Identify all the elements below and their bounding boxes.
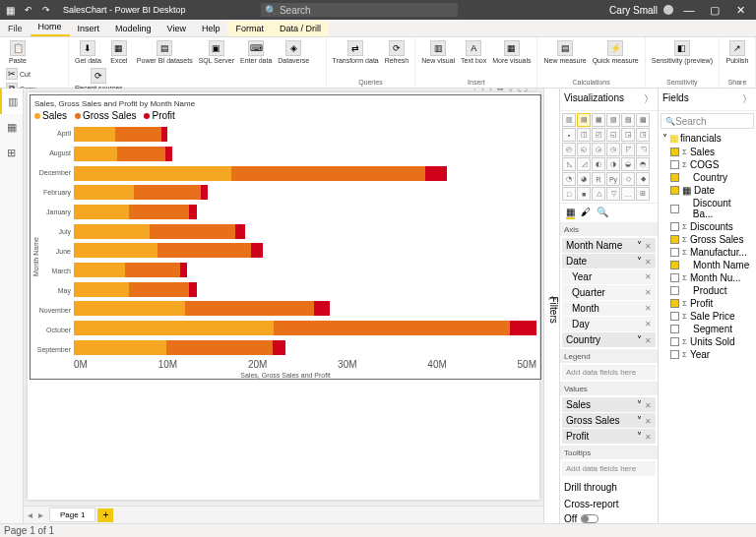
- field-checkbox[interactable]: [670, 273, 679, 282]
- tab-view[interactable]: View: [159, 21, 194, 36]
- field-item[interactable]: Country: [659, 171, 756, 184]
- collapse-viz-icon[interactable]: 〉: [644, 92, 654, 106]
- viz-type-icon[interactable]: □: [562, 187, 576, 201]
- field-item[interactable]: ΣDiscounts: [659, 220, 756, 233]
- paste-button[interactable]: 📋Paste: [4, 39, 32, 65]
- field-checkbox[interactable]: [670, 299, 679, 308]
- viz-type-icon[interactable]: △: [592, 187, 605, 201]
- model-view-button[interactable]: ⊞: [0, 140, 23, 165]
- field-item[interactable]: ΣGross Sales: [659, 233, 756, 246]
- report-canvas[interactable]: ↑ ↓ ↕ ⇊ ▽ ⛶ ⋯ Sales, Gross Sales and Pro…: [24, 89, 543, 523]
- field-item[interactable]: ΣYear: [659, 348, 756, 361]
- bar-row[interactable]: [74, 127, 536, 142]
- more-options-icon[interactable]: ⋯: [531, 89, 540, 92]
- bar-row[interactable]: [74, 166, 536, 181]
- viz-type-icon[interactable]: ◇: [621, 172, 635, 186]
- field-checkbox[interactable]: [670, 261, 679, 269]
- viz-type-icon[interactable]: ▨: [606, 113, 620, 127]
- bar-row[interactable]: [74, 185, 536, 200]
- field-item[interactable]: ΣMonth Nu...: [659, 271, 756, 284]
- data-view-button[interactable]: ▦: [0, 114, 23, 140]
- expand-icon[interactable]: ↕: [488, 89, 493, 92]
- publish-button[interactable]: ↗Publish: [724, 39, 751, 65]
- pbi-datasets-button[interactable]: ▤Power BI datasets: [135, 39, 195, 65]
- redo-button[interactable]: ↷: [40, 4, 52, 16]
- field-checkbox[interactable]: [670, 235, 679, 244]
- cut-button[interactable]: ✂Cut: [4, 67, 64, 81]
- viz-type-icon[interactable]: ◐: [592, 157, 605, 171]
- bar-row[interactable]: [74, 147, 536, 161]
- fields-search[interactable]: 🔍 Search: [661, 113, 754, 129]
- undo-button[interactable]: ↶: [23, 4, 34, 16]
- viz-type-icon[interactable]: ◲: [621, 128, 635, 142]
- viz-type-icon[interactable]: ◆: [636, 172, 650, 186]
- bar-row[interactable]: [74, 243, 536, 258]
- viz-type-icon[interactable]: Py: [606, 172, 620, 186]
- filters-pane-collapsed[interactable]: 《 Filters: [543, 89, 559, 523]
- bar-chart-visual[interactable]: ↑ ↓ ↕ ⇊ ▽ ⛶ ⋯ Sales, Gross Sales and Pro…: [30, 94, 541, 380]
- field-checkbox[interactable]: [670, 148, 679, 156]
- transform-data-button[interactable]: ⇄Transform data: [331, 39, 381, 65]
- collapse-fields-icon[interactable]: 〉: [742, 92, 752, 106]
- viz-type-icon[interactable]: ◑: [606, 157, 620, 171]
- get-data-button[interactable]: ⬇Get data: [73, 39, 103, 65]
- field-item[interactable]: ΣProfit: [659, 297, 756, 310]
- dataverse-button[interactable]: ◈Dataverse: [276, 39, 311, 65]
- field-item[interactable]: Segment: [659, 323, 756, 335]
- refresh-button[interactable]: ⟳Refresh: [383, 39, 411, 65]
- viz-type-icon[interactable]: ▽: [606, 187, 620, 201]
- field-checkbox[interactable]: [670, 173, 679, 182]
- avatar[interactable]: [663, 5, 673, 15]
- field-checkbox[interactable]: [670, 186, 679, 195]
- field-item[interactable]: Month Name: [659, 259, 756, 271]
- field-item[interactable]: ΣManufactur...: [659, 246, 756, 259]
- viz-type-icon[interactable]: ◓: [636, 157, 650, 171]
- maximize-button[interactable]: ▢: [705, 4, 724, 17]
- tab-insert[interactable]: Insert: [70, 21, 108, 36]
- prev-page-button[interactable]: ◂: [28, 509, 32, 520]
- viz-type-icon[interactable]: ▤: [577, 113, 591, 127]
- viz-type-icon[interactable]: ◿: [577, 157, 591, 171]
- new-measure-button[interactable]: ▤New measure: [541, 39, 588, 65]
- viz-type-icon[interactable]: ◹: [636, 143, 650, 156]
- field-checkbox[interactable]: [670, 248, 679, 257]
- analytics-tab-icon[interactable]: 🔍: [597, 207, 608, 219]
- table-node[interactable]: ˅▦financials: [659, 131, 756, 146]
- field-checkbox[interactable]: [670, 160, 679, 169]
- viz-type-icon[interactable]: ◔: [562, 172, 576, 186]
- viz-type-icon[interactable]: ◒: [621, 157, 635, 171]
- axis-well[interactable]: Month Name˅ ✕ Date˅ ✕ Year✕ Quarter✕ Mon…: [560, 236, 658, 349]
- excel-button[interactable]: ▦Excel: [105, 39, 133, 65]
- viz-type-icon[interactable]: ▦: [592, 113, 605, 127]
- field-checkbox[interactable]: [670, 205, 679, 213]
- viz-type-icon[interactable]: ▥: [562, 113, 576, 127]
- next-page-button[interactable]: ▸: [38, 509, 43, 520]
- viz-type-icon[interactable]: ◳: [636, 128, 650, 142]
- values-well[interactable]: Sales˅ ✕ Gross Sales˅ ✕ Profit˅ ✕: [560, 395, 658, 446]
- user-name[interactable]: Cary Small: [609, 5, 658, 16]
- viz-type-icon[interactable]: ◱: [606, 128, 620, 142]
- fields-tab-icon[interactable]: ▦: [566, 207, 575, 219]
- quick-measure-button[interactable]: ⚡Quick measure: [591, 39, 641, 65]
- more-visuals-button[interactable]: ▦More visuals: [490, 39, 533, 65]
- bar-row[interactable]: [74, 340, 536, 355]
- field-item[interactable]: ΣUnits Sold: [659, 335, 756, 348]
- format-tab-icon[interactable]: 🖌: [581, 207, 591, 219]
- search-box[interactable]: 🔍 Search: [261, 3, 458, 17]
- viz-type-icon[interactable]: ◴: [562, 143, 576, 156]
- bar-row[interactable]: [74, 224, 536, 239]
- viz-type-icon[interactable]: ⊞: [636, 187, 650, 201]
- viz-type-icon[interactable]: ▧: [621, 113, 635, 127]
- bar-row[interactable]: [74, 282, 536, 297]
- bar-row[interactable]: [74, 263, 536, 277]
- viz-type-icon[interactable]: ◸: [621, 143, 635, 156]
- tooltips-well[interactable]: Add data fields here: [562, 461, 656, 476]
- field-item[interactable]: ΣSale Price: [659, 310, 756, 323]
- viz-type-icon[interactable]: ◵: [577, 143, 591, 156]
- viz-type-icon[interactable]: ■: [577, 187, 591, 201]
- tab-format[interactable]: Format: [227, 21, 272, 36]
- focus-icon[interactable]: ⛶: [518, 89, 528, 92]
- legend-well[interactable]: Add data fields here: [562, 365, 656, 380]
- tab-home[interactable]: Home: [31, 19, 70, 36]
- viz-type-icon[interactable]: ▪: [562, 128, 576, 142]
